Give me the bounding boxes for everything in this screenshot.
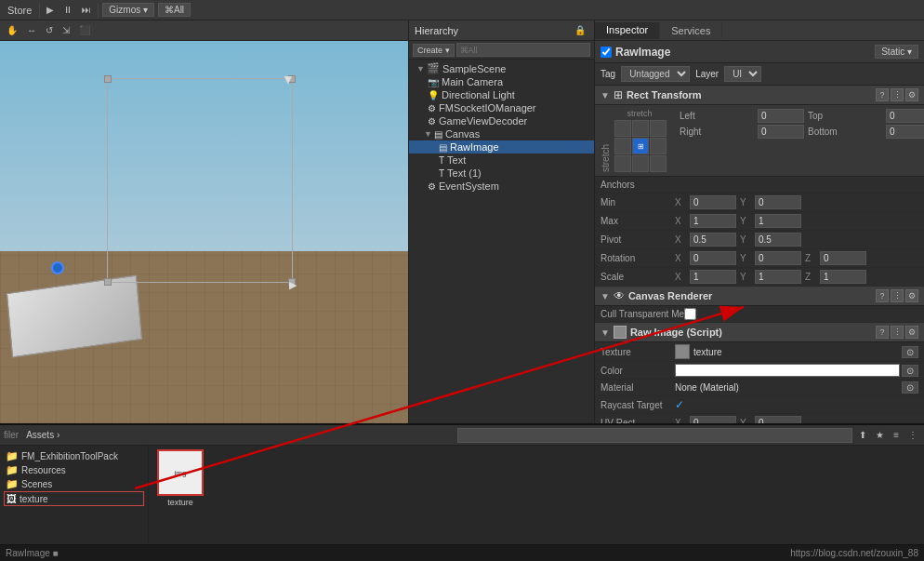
rect-btn-1[interactable]: ? — [876, 88, 889, 101]
layer-label: Layer — [695, 69, 719, 79]
hierarchy-item-eventsystem[interactable]: ⚙ EventSystem — [409, 180, 594, 193]
scale-z-input[interactable] — [820, 270, 866, 284]
max-y-input[interactable] — [755, 214, 801, 228]
cr-btn-2[interactable]: ⋮ — [891, 289, 904, 302]
tab-inspector[interactable]: Inspector — [595, 22, 660, 39]
component-name: RawImage — [615, 46, 670, 59]
pivot-x-input[interactable] — [690, 233, 736, 247]
hierarchy-item-fmsocket[interactable]: ⚙ FMSocketIOManager — [409, 101, 594, 114]
left-input[interactable] — [758, 109, 804, 123]
color-box[interactable] — [675, 364, 900, 377]
hierarchy-item-scene[interactable]: ▼ 🎬 SampleScene — [409, 61, 594, 75]
stretch-cell-8[interactable] — [650, 155, 667, 172]
asset-btn-1[interactable]: ⬆ — [856, 429, 869, 441]
all-button[interactable]: ⌘All — [158, 3, 191, 17]
rect-btn-3[interactable]: ⚙ — [905, 88, 918, 101]
component-checkbox[interactable] — [601, 47, 612, 58]
scene-tool-1[interactable]: ✋ — [4, 24, 20, 36]
hierarchy-lock[interactable]: 🔒 — [572, 24, 588, 36]
pivot-y-input[interactable] — [755, 233, 801, 247]
hierarchy-item-canvas[interactable]: ▼ ▤ Canvas — [409, 127, 594, 140]
asset-btn-2[interactable]: ★ — [873, 429, 887, 441]
stretch-cell-7[interactable] — [632, 155, 649, 172]
stretch-cell-0[interactable] — [614, 120, 631, 137]
tab-services[interactable]: Services — [660, 23, 722, 38]
color-select-btn[interactable]: ⊙ — [902, 365, 918, 377]
scene-tool-5[interactable]: ⬛ — [76, 24, 93, 36]
uv-y-input[interactable] — [755, 416, 801, 423]
stretch-cell-center[interactable]: ⊞ — [632, 138, 649, 154]
hierarchy-item-dir-light[interactable]: 💡 Directional Light — [409, 88, 594, 101]
texture-label: texture — [20, 494, 48, 504]
asset-file-texture[interactable]: img texture — [152, 449, 208, 541]
scene-view[interactable]: ▶ ▶ — [0, 41, 408, 423]
hierarchy-item-text1[interactable]: T Text (1) — [409, 167, 594, 180]
hierarchy-item-rawimage[interactable]: ▤ RawImage — [409, 140, 594, 154]
asset-menu[interactable]: ⋮ — [905, 429, 920, 441]
texture-select-btn[interactable]: ⊙ — [902, 346, 918, 358]
app-title: Store — [4, 5, 35, 16]
create-button[interactable]: Create ▾ — [413, 44, 455, 57]
ri-btn-2[interactable]: ⋮ — [891, 326, 904, 339]
scene-tool-4[interactable]: ⇲ — [59, 24, 73, 36]
tag-select[interactable]: Untagged — [621, 66, 690, 82]
rot-x-input[interactable] — [690, 251, 736, 265]
max-x-input[interactable] — [690, 214, 736, 228]
asset-options[interactable]: ≡ — [891, 429, 902, 441]
hierarchy-search[interactable] — [456, 43, 590, 57]
layer-select[interactable]: UI — [724, 66, 761, 82]
handle-tr[interactable]: ▶ — [288, 75, 296, 83]
toolbar-btn-2[interactable]: ⏸ — [60, 4, 75, 16]
stretch-cell-6[interactable] — [614, 155, 631, 172]
static-button[interactable]: Static ▾ — [875, 45, 918, 59]
asset-tree-resources[interactable]: 📁 Resources — [4, 463, 144, 477]
toolbar-btn-3[interactable]: ⏭ — [79, 4, 94, 16]
raw-image-header[interactable]: ▼ Raw Image (Script) ? ⋮ ⚙ — [595, 323, 924, 342]
rot-z-input[interactable] — [820, 251, 866, 265]
rect-btn-2[interactable]: ⋮ — [891, 88, 904, 101]
hierarchy-item-text[interactable]: T Text — [409, 154, 594, 167]
top-input[interactable] — [886, 109, 924, 123]
cr-btn-1[interactable]: ? — [876, 289, 889, 302]
rect-transform-header[interactable]: ▼ ⊞ Rect Transform ? ⋮ ⚙ — [595, 86, 924, 105]
scale-y-input[interactable] — [755, 270, 801, 284]
stretch-cell-3[interactable] — [614, 138, 631, 154]
eventsystem-icon: ⚙ — [428, 181, 436, 192]
min-y-input[interactable] — [755, 195, 801, 209]
handle-bl[interactable] — [104, 278, 112, 286]
asset-tree-scenes[interactable]: 📁 Scenes — [4, 477, 144, 491]
ri-btn-1[interactable]: ? — [876, 326, 889, 339]
gizmos-button[interactable]: Gizmos ▾ — [102, 3, 154, 17]
canvas-renderer-header[interactable]: ▼ 👁 Canvas Renderer ? ⋮ ⚙ — [595, 287, 924, 306]
anchors-min-row: Min X Y — [595, 194, 924, 212]
hierarchy-item-main-camera[interactable]: 📷 Main Camera — [409, 75, 594, 88]
scale-x-input[interactable] — [690, 270, 736, 284]
asset-tree-texture[interactable]: 🖼 texture — [4, 491, 144, 506]
toolbar-btn-1[interactable]: ▶ — [44, 4, 57, 16]
bottom-input[interactable] — [886, 125, 924, 139]
ri-btn-3[interactable]: ⚙ — [905, 326, 918, 339]
material-select-btn[interactable]: ⊙ — [902, 381, 918, 394]
hierarchy-item-gameview[interactable]: ⚙ GameViewDecoder — [409, 114, 594, 127]
res-folder-icon: 📁 — [6, 464, 19, 476]
stretch-cell-1[interactable] — [632, 120, 649, 137]
handle-tl[interactable] — [104, 75, 112, 83]
stretch-row-1: Left Top Pos Z — [680, 109, 924, 123]
right-input[interactable] — [758, 125, 804, 139]
asset-search-input[interactable] — [457, 428, 852, 443]
canvas-icon: ▤ — [434, 129, 442, 140]
cr-btn-3[interactable]: ⚙ — [905, 289, 918, 302]
min-x-input[interactable] — [690, 195, 736, 209]
selection-rect: ▶ ▶ — [107, 78, 293, 283]
cull-checkbox[interactable] — [684, 308, 696, 320]
scene-tool-3[interactable]: ↺ — [43, 24, 56, 36]
stretch-cell-5[interactable] — [650, 138, 667, 154]
raycast-checkbox[interactable]: ✓ — [675, 398, 684, 411]
asset-tree-fm[interactable]: 📁 FM_ExhibitionToolPack — [4, 449, 144, 463]
rot-y-input[interactable] — [755, 251, 801, 265]
uv-x-input[interactable] — [690, 416, 736, 423]
handle-br[interactable]: ▶ — [288, 278, 296, 286]
scene-tool-2[interactable]: ↔ — [24, 24, 39, 36]
texture-thumb[interactable] — [675, 344, 690, 359]
stretch-cell-2[interactable] — [650, 120, 667, 137]
